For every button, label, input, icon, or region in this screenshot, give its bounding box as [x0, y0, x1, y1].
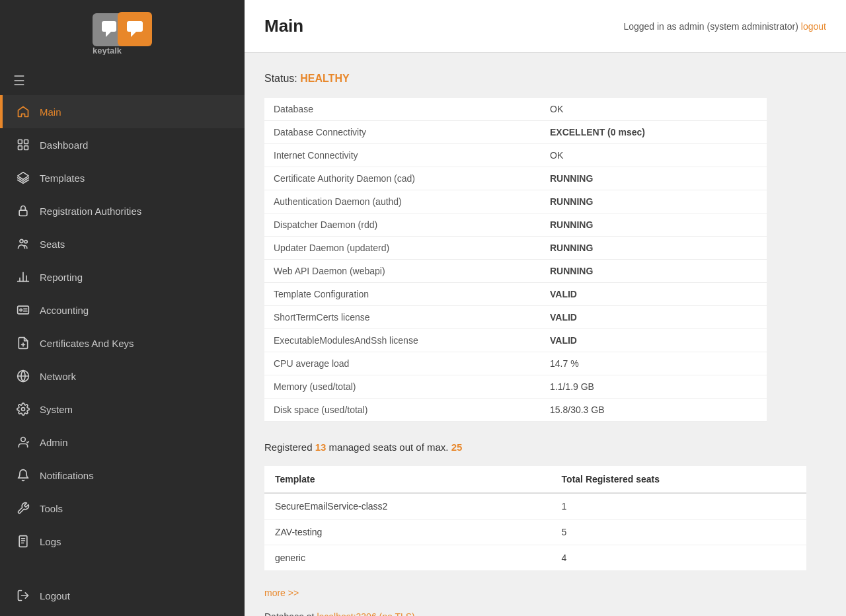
status-row: Database ConnectivityEXCELLENT (0 msec): [264, 121, 767, 144]
logout-link[interactable]: logout: [801, 21, 826, 32]
registered-count: 13: [315, 442, 327, 453]
sidebar-item-label: Admin: [40, 437, 68, 448]
sidebar-item-registration-authorities[interactable]: Registration Authorities: [0, 194, 245, 227]
sidebar-item-seats[interactable]: Seats: [0, 227, 245, 260]
status-row-value: VALID: [541, 283, 767, 306]
status-row-label: Updater Daemon (updaterd): [264, 237, 541, 260]
hamburger-area[interactable]: ☰: [0, 66, 245, 95]
svg-rect-4: [127, 21, 143, 32]
sidebar-item-logs[interactable]: Logs: [0, 525, 245, 558]
sidebar-item-label: Registration Authorities: [40, 206, 141, 217]
seats-row: SecureEmailService-class21: [264, 493, 806, 520]
sidebar-logout-button[interactable]: Logout: [0, 579, 245, 616]
globe-icon: [16, 369, 30, 383]
svg-text:keytalk: keytalk: [93, 46, 122, 55]
sidebar-item-network[interactable]: Network: [0, 360, 245, 393]
sidebar-item-certificates-and-keys[interactable]: Certificates And Keys: [0, 327, 245, 360]
sidebar-item-dashboard[interactable]: Dashboard: [0, 128, 245, 161]
svg-point-28: [21, 438, 26, 442]
status-row-value: 15.8/30.3 GB: [541, 399, 767, 422]
logout-label: Logout: [40, 590, 70, 601]
sidebar-item-label: Logs: [40, 536, 61, 547]
status-row: Certificate Authority Daemon (cad)RUNNIN…: [264, 167, 767, 190]
sidebar-item-admin[interactable]: Admin: [0, 426, 245, 459]
top-bar: Main Logged in as admin (system administ…: [245, 0, 846, 53]
sidebar-item-label: Certificates And Keys: [40, 338, 134, 349]
sidebar-item-tools[interactable]: Tools: [0, 492, 245, 525]
svg-point-27: [22, 408, 25, 411]
seats-count: 4: [551, 545, 806, 571]
svg-rect-7: [19, 140, 22, 144]
dashboard-icon: [16, 137, 30, 152]
seats-table: Template Total Registered seats SecureEm…: [264, 466, 806, 571]
registered-max: 25: [451, 442, 463, 453]
nav-items: Main Dashboard Templates Registration Au…: [0, 95, 245, 579]
status-table: DatabaseOKDatabase ConnectivityEXCELLENT…: [264, 98, 767, 422]
seats-template: SecureEmailService-class2: [264, 493, 551, 520]
gear-icon: [16, 402, 30, 416]
status-row-value: RUNNING: [541, 260, 767, 283]
sidebar-item-label: Main: [40, 106, 61, 118]
file-icon: [16, 336, 30, 350]
seats-template: generic: [264, 545, 551, 571]
db-line: Database at localhost:3306 (no TLS): [264, 611, 826, 616]
status-line: Status: HEALTHY: [264, 73, 826, 85]
sidebar-item-system[interactable]: System: [0, 393, 245, 426]
status-row-value: RUNNING: [541, 167, 767, 190]
admin-icon: [16, 435, 30, 449]
sidebar-item-label: Accounting: [40, 305, 89, 316]
seats-col2: Total Registered seats: [551, 466, 806, 493]
more-link[interactable]: more >>: [264, 588, 299, 598]
svg-point-13: [20, 239, 23, 243]
page-title: Main: [264, 16, 303, 36]
status-row-value: VALID: [541, 329, 767, 352]
sidebar-item-main[interactable]: Main: [0, 95, 245, 128]
svg-rect-1: [102, 21, 116, 32]
home-icon: [16, 104, 30, 119]
seats-count: 5: [551, 520, 806, 545]
status-row: Internet ConnectivityOK: [264, 144, 767, 167]
sidebar-item-label: System: [40, 404, 73, 415]
registered-line: Registered 13 managed seats out of max. …: [264, 442, 826, 453]
hamburger-icon[interactable]: ☰: [13, 73, 25, 89]
layers-icon: [16, 171, 30, 185]
lock-icon: [16, 204, 30, 218]
sidebar: keytalk ☰ Main Dashboard Templates: [0, 0, 245, 616]
status-row-value: RUNNING: [541, 213, 767, 237]
status-row-label: Web API Daemon (webapi): [264, 260, 541, 283]
sidebar-item-label: Tools: [40, 503, 63, 514]
status-row-label: Internet Connectivity: [264, 144, 541, 167]
status-prefix: Status:: [264, 73, 300, 84]
sidebar-item-reporting[interactable]: Reporting: [0, 260, 245, 293]
status-row: Disk space (used/total)15.8/30.3 GB: [264, 399, 767, 422]
main-content: Main Logged in as admin (system administ…: [245, 0, 846, 616]
status-row: DatabaseOK: [264, 98, 767, 121]
seats-template: ZAV-testing: [264, 520, 551, 545]
sidebar-item-accounting[interactable]: Accounting: [0, 293, 245, 327]
user-info: Logged in as admin (system administrator…: [623, 21, 826, 32]
status-row: CPU average load14.7 %: [264, 352, 767, 375]
seats-row: generic4: [264, 545, 806, 571]
sidebar-item-notifications[interactable]: Notifications: [0, 459, 245, 492]
status-row-label: CPU average load: [264, 352, 541, 375]
svg-rect-10: [24, 146, 28, 150]
status-row: ExecutableModulesAndSsh licenseVALID: [264, 329, 767, 352]
wrench-icon: [16, 501, 30, 516]
svg-rect-19: [18, 306, 29, 314]
status-row-label: Database Connectivity: [264, 121, 541, 144]
db-prefix: Database at: [264, 611, 317, 616]
db-value[interactable]: localhost:3306 (no TLS): [317, 611, 414, 616]
sidebar-item-templates[interactable]: Templates: [0, 161, 245, 194]
status-row-label: ExecutableModulesAndSsh license: [264, 329, 541, 352]
registered-middle: managed seats out of max.: [326, 442, 451, 453]
status-row-label: Certificate Authority Daemon (cad): [264, 167, 541, 190]
status-row-value: VALID: [541, 306, 767, 329]
logs-icon: [16, 534, 30, 549]
logo-area: keytalk: [0, 0, 245, 66]
svg-rect-8: [24, 140, 28, 144]
status-row-label: Authentication Daemon (authd): [264, 190, 541, 213]
power-icon: [16, 588, 30, 603]
sidebar-item-label: Dashboard: [40, 139, 88, 151]
status-row-label: Template Configuration: [264, 283, 541, 306]
sidebar-item-label: Templates: [40, 173, 85, 184]
